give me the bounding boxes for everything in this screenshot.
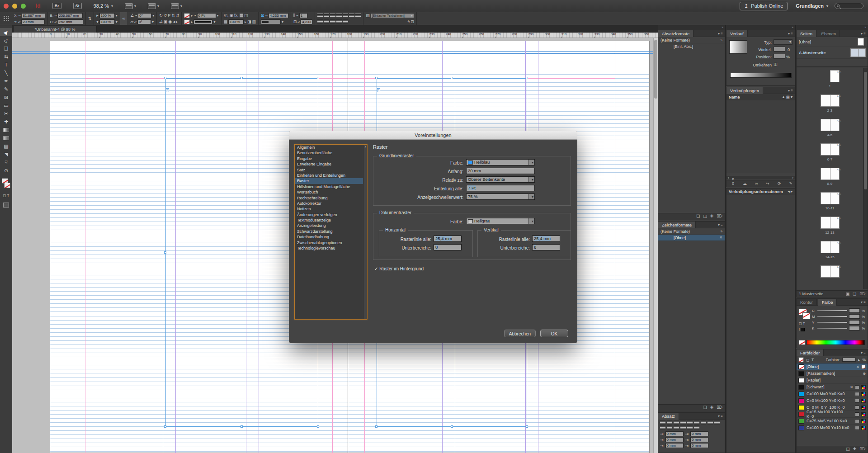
- warning-column-icon[interactable]: ▲: [782, 95, 785, 99]
- select-next-button[interactable]: ▸: [176, 19, 178, 24]
- search-input[interactable]: [835, 3, 863, 9]
- stock-button[interactable]: St: [73, 3, 82, 9]
- page-entry[interactable]: A A1: [797, 70, 863, 88]
- page-thumbnail[interactable]: A A: [821, 192, 840, 204]
- chevron-down-icon[interactable]: ▾: [152, 20, 154, 24]
- page-thumbnail[interactable]: A A: [830, 70, 840, 82]
- frame-handle[interactable]: [164, 425, 166, 428]
- frame-handle[interactable]: [241, 425, 243, 428]
- fill-color-swatch[interactable]: [184, 19, 190, 24]
- document-tab[interactable]: *Unbenannt-4 @ 98 %: [13, 26, 97, 33]
- collapse-panels-strip[interactable]: »: [658, 25, 725, 30]
- channel-value-field[interactable]: [849, 308, 860, 313]
- swatch-fill-proxy[interactable]: [798, 357, 804, 362]
- character-style-item-selected[interactable]: [Ohne]✕: [658, 235, 725, 241]
- chevron-down-icon[interactable]: ▾: [213, 20, 215, 24]
- y-field[interactable]: 20 mm: [21, 19, 45, 24]
- panel-options-icon[interactable]: ⊡: [410, 19, 414, 24]
- page-thumbnail[interactable]: A A: [821, 265, 840, 278]
- first-line-indent-button[interactable]: [674, 426, 679, 430]
- justify-all-button[interactable]: [701, 421, 706, 425]
- direct-selection-tool[interactable]: ▷: [0, 36, 12, 44]
- panel-menu-icon[interactable]: ▾ ≡: [718, 222, 723, 228]
- h-gridline-field[interactable]: 25,4 mm: [434, 236, 462, 242]
- new-style-button[interactable]: ✚: [710, 214, 714, 218]
- align-bottom-button[interactable]: [355, 14, 361, 18]
- channel-slider[interactable]: [817, 328, 847, 329]
- frame-handle[interactable]: [526, 425, 528, 428]
- chevron-down-icon[interactable]: ▾: [217, 14, 219, 18]
- clear-overrides-button[interactable]: ◫: [703, 214, 707, 218]
- gradient-tool[interactable]: [0, 126, 12, 134]
- absatz-field[interactable]: 0 mm: [665, 437, 684, 442]
- fill-flyout-icon[interactable]: ▸: [191, 20, 193, 24]
- flip-horizontal-button[interactable]: ⇄: [159, 19, 163, 24]
- links-hscrollbar[interactable]: ◂▸: [726, 176, 795, 179]
- gap-tool[interactable]: ⇆: [0, 52, 12, 61]
- formatting-affects-icons[interactable]: ◻ T: [799, 321, 805, 326]
- tint-flyout-icon[interactable]: ▸: [858, 358, 860, 362]
- frame-handle[interactable]: [164, 251, 166, 254]
- tab-absatzformate[interactable]: Absatzformate: [658, 30, 693, 37]
- hand-tool[interactable]: ☟: [0, 158, 12, 166]
- swatch-row[interactable]: C=100 M=90 Y=10 K=0: [797, 425, 868, 431]
- gradient-ramp[interactable]: [730, 73, 792, 78]
- rectangle-tool[interactable]: ▭: [0, 101, 12, 109]
- flip-vertical-button[interactable]: ⇅: [171, 13, 175, 18]
- preference-category-allgemein[interactable]: Allgemein: [295, 145, 367, 150]
- tab-verknuepfungen[interactable]: Verknüpfungen: [726, 87, 763, 94]
- rotate-90-ccw-button[interactable]: ↺: [164, 13, 167, 18]
- edit-original-icon[interactable]: ✎: [789, 181, 793, 186]
- delete-style-button[interactable]: ⌦: [717, 405, 722, 410]
- scrollbar-thumb[interactable]: [654, 40, 657, 99]
- character-style-none-row[interactable]: (Keine Formate)ϟ: [658, 228, 725, 235]
- baseline-increment-field[interactable]: 7 Pt: [466, 185, 535, 191]
- master-none-row[interactable]: [Ohne]: [797, 37, 868, 47]
- page-entry[interactable]: A A2-3: [797, 94, 863, 113]
- align-away-spine-button[interactable]: [714, 421, 720, 425]
- rotation-field[interactable]: 0°: [138, 13, 151, 18]
- width-stepper[interactable]: ▴▾: [54, 14, 57, 16]
- swatch-row[interactable]: C=100 M=0 Y=0 K=0: [797, 391, 868, 397]
- corner-stepper[interactable]: ▴▾: [265, 14, 268, 16]
- tab-seiten[interactable]: Seiten: [797, 30, 816, 37]
- preference-category-notizen[interactable]: Notizen: [295, 206, 367, 212]
- indent-left-button[interactable]: [660, 426, 665, 430]
- height-stepper[interactable]: ▴▾: [55, 21, 57, 23]
- justify-button[interactable]: [336, 14, 342, 18]
- page-entry[interactable]: A A10-11: [797, 192, 863, 210]
- panel-menu-icon[interactable]: ▾ ≡: [788, 30, 793, 37]
- tab-verlauf[interactable]: Verlauf: [726, 30, 748, 37]
- horizontal-ruler[interactable]: 0102030405060708090100110120130140150160…: [18, 33, 658, 38]
- page-column-icon[interactable]: ▤: [786, 95, 790, 99]
- indent-right-button[interactable]: [667, 426, 672, 430]
- link-scale-icon[interactable]: ∞: [123, 16, 125, 21]
- textwrap-bound-icon[interactable]: ◫: [244, 13, 248, 18]
- page-thumbnail[interactable]: A A: [821, 241, 840, 253]
- v-gridline-field[interactable]: 25,4 mm: [532, 236, 560, 242]
- page-entry[interactable]: A A12-13: [797, 217, 863, 235]
- stroke-type-dropdown[interactable]: [193, 19, 212, 24]
- preference-category-autokorrektur[interactable]: Autokorrektur: [295, 201, 367, 206]
- effects-icon[interactable]: ◱.: [224, 13, 229, 18]
- gradient-reverse-icon[interactable]: ◫: [774, 62, 783, 66]
- note-tool[interactable]: ▤: [0, 142, 12, 150]
- cc-libraries-icon[interactable]: ☁: [743, 181, 747, 186]
- canvas-vertical-scrollbar[interactable]: [653, 38, 658, 453]
- selection-tool[interactable]: ▶: [0, 28, 12, 36]
- screen-mode-button[interactable]: [3, 203, 9, 208]
- justify-last-right-button[interactable]: [694, 421, 699, 425]
- publish-online-button[interactable]: ↥ Publish Online: [740, 2, 788, 10]
- columns-stepper[interactable]: ▴▾: [296, 14, 298, 16]
- delete-swatch-button[interactable]: ⌦: [859, 447, 865, 451]
- distribute-left-button[interactable]: [317, 20, 323, 24]
- panel-menu-icon[interactable]: ▾ ≡: [718, 413, 723, 420]
- tab-kontur[interactable]: Kontur: [797, 299, 817, 306]
- corner-radius-field[interactable]: 4,233 mm: [269, 13, 288, 18]
- close-window-button[interactable]: [4, 4, 9, 9]
- page-entry[interactable]: A A14-15: [797, 241, 863, 259]
- preference-category-technologievorschau[interactable]: Technologievorschau: [295, 245, 367, 251]
- rectangle-frame-tool[interactable]: ⊠: [0, 93, 12, 101]
- channel-slider[interactable]: [817, 316, 847, 317]
- object-style-dropdown[interactable]: [Einfacher Textrahmen]▾: [371, 13, 414, 18]
